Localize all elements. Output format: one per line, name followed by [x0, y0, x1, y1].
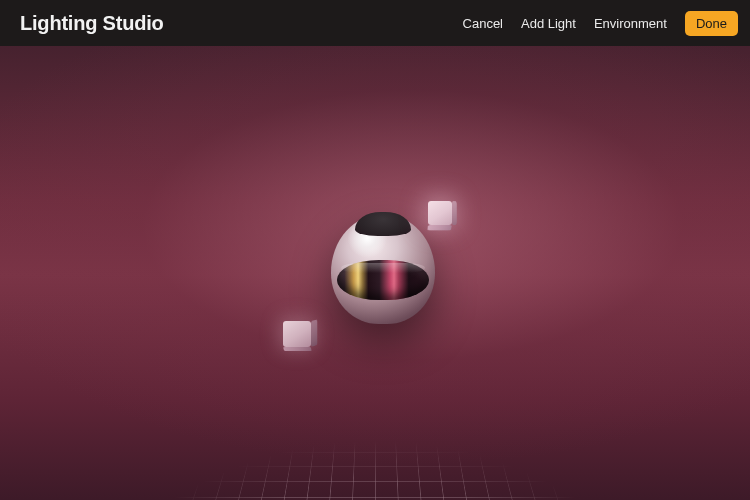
cube-face-icon: [283, 347, 312, 351]
cancel-button[interactable]: Cancel: [463, 16, 503, 31]
grid-icon: [0, 439, 750, 500]
environment-button[interactable]: Environment: [594, 16, 667, 31]
helmet-visor-icon: [337, 260, 429, 300]
header-actions: Cancel Add Light Environment Done: [463, 11, 738, 36]
ground-plane: [0, 439, 750, 500]
light-handle-b[interactable]: [283, 321, 311, 347]
cube-face-icon: [427, 225, 452, 231]
scene-3d[interactable]: [0, 46, 750, 500]
cube-face-icon: [311, 319, 318, 347]
light-handle-a[interactable]: [428, 201, 452, 225]
viewport[interactable]: Lighting Studio Cancel Add Light Environ…: [0, 0, 750, 500]
cube-face-icon: [283, 321, 311, 347]
add-light-button[interactable]: Add Light: [521, 16, 576, 31]
helmet-vent-icon: [355, 212, 411, 236]
done-button[interactable]: Done: [685, 11, 738, 36]
cube-face-icon: [428, 201, 452, 225]
header-bar: Lighting Studio Cancel Add Light Environ…: [0, 0, 750, 46]
scene-object-helmet[interactable]: [331, 214, 435, 324]
cube-face-icon: [452, 201, 457, 225]
app-title: Lighting Studio: [20, 12, 164, 35]
